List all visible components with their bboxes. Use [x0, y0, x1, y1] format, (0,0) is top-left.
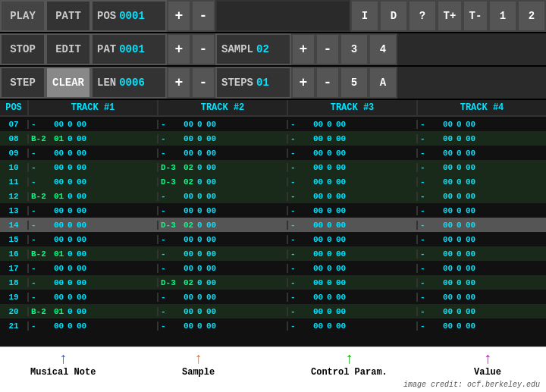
table-row[interactable]: 12B-201000-00000-00000-00000 — [0, 189, 546, 203]
control-value: 0 — [67, 307, 75, 316]
pos-cell: 13 — [0, 206, 27, 215]
track-cell: -00000 — [157, 134, 287, 143]
stop-button[interactable]: STOP — [0, 33, 46, 65]
control-value: 0 — [327, 206, 334, 215]
btn-4[interactable]: 4 — [369, 33, 397, 65]
btn-3[interactable]: 3 — [340, 33, 369, 65]
table-row[interactable]: 20B-201000-00000-00000-00000 — [0, 304, 546, 318]
track-cell: -00000 — [287, 192, 416, 201]
control-value: 0 — [197, 307, 205, 316]
param-value: 00 — [77, 293, 89, 302]
param-value: 00 — [466, 120, 478, 129]
annotation-musical-note: ↑ Musical Note — [30, 352, 96, 378]
control-value: 0 — [457, 278, 464, 287]
table-row[interactable]: 19-00000-00000-00000-00000 — [0, 290, 546, 304]
note-value: - — [420, 321, 441, 331]
len-minus-button[interactable]: - — [191, 67, 215, 99]
patt-button[interactable]: PATT — [46, 0, 91, 32]
sample-value: 01 — [54, 307, 66, 316]
btn-A[interactable]: A — [369, 67, 397, 99]
btn-Tplus[interactable]: T+ — [437, 0, 463, 32]
pos-value: 0001 — [119, 10, 145, 22]
param-value: 00 — [466, 206, 478, 215]
control-value: 0 — [67, 278, 75, 287]
table-row[interactable]: 10-00000D-302000-00000-00000 — [0, 160, 546, 174]
sample-value: 00 — [313, 278, 325, 287]
table-row[interactable]: 17-00000-00000-00000-00000 — [0, 261, 546, 275]
control-param-label: Control Param. — [311, 367, 388, 378]
note-value: - — [290, 293, 312, 302]
note-value: B-2 — [31, 134, 52, 143]
sample-value: 00 — [443, 163, 455, 172]
sample-value: 00 — [313, 177, 325, 187]
pat-plus-button[interactable]: + — [167, 33, 191, 65]
btn-2[interactable]: 2 — [517, 0, 546, 32]
control-value: 0 — [457, 235, 464, 244]
toolbar-row-1: PLAY PATT POS 0001 + - I D ? T+ T- 1 2 — [0, 0, 546, 33]
sample-value: 02 — [184, 221, 196, 230]
track-cell: -00000 — [416, 177, 546, 187]
sample-value: 00 — [443, 264, 455, 273]
btn-question[interactable]: ? — [408, 0, 437, 32]
note-value: - — [31, 206, 52, 215]
note-value: B-2 — [31, 249, 52, 259]
step-button[interactable]: STEP — [0, 67, 46, 99]
note-value: B-2 — [31, 307, 52, 316]
control-value: 0 — [67, 149, 75, 158]
btn-5[interactable]: 5 — [340, 67, 369, 99]
table-row[interactable]: 11-00000D-302000-00000-00000 — [0, 174, 546, 189]
track-cell: -00000 — [287, 177, 416, 187]
btn-1[interactable]: 1 — [488, 0, 517, 32]
play-button[interactable]: PLAY — [0, 0, 46, 32]
note-value: - — [290, 134, 312, 143]
note-value: - — [31, 163, 52, 172]
param-value: 00 — [77, 278, 89, 287]
pos-cell: 20 — [0, 307, 27, 316]
table-row[interactable]: 14-00000D-302000-00000-00000 — [0, 218, 546, 232]
table-row[interactable]: 15-00000-00000-00000-00000 — [0, 232, 546, 246]
edit-button[interactable]: EDIT — [46, 33, 91, 65]
len-plus-button[interactable]: + — [167, 67, 191, 99]
table-row[interactable]: 08B-201000-00000-00000-00000 — [0, 131, 546, 146]
control-value: 0 — [67, 264, 75, 273]
table-row[interactable]: 16B-201000-00000-00000-00000 — [0, 246, 546, 261]
sample-value: 00 — [184, 307, 196, 316]
table-row[interactable]: 21-00000-00000-00000-00000 — [0, 318, 546, 333]
param-value: 00 — [336, 192, 348, 201]
sampl-label: SAMPL — [221, 43, 253, 55]
param-value: 00 — [466, 221, 478, 230]
steps-label: STEPS — [221, 77, 253, 89]
btn-I[interactable]: I — [350, 0, 379, 32]
steps-plus-button[interactable]: + — [291, 67, 315, 99]
track-cell: -00000 — [416, 321, 546, 331]
track-cell: -00000 — [416, 221, 546, 230]
note-value: - — [420, 177, 441, 187]
clear-button[interactable]: CLEAR — [46, 67, 91, 99]
toolbar-row-2: STOP EDIT PAT 0001 + - SAMPL 02 + - 3 4 — [0, 33, 546, 67]
table-row[interactable]: 13-00000-00000-00000-00000 — [0, 203, 546, 218]
sequencer: POS TRACK #1 TRACK #2 TRACK #3 TRACK #4 … — [0, 100, 546, 347]
table-row[interactable]: 18-00000D-302000-00000-00000 — [0, 275, 546, 290]
sample-value: 00 — [443, 192, 455, 201]
pos-display: POS 0001 — [91, 0, 167, 32]
table-row[interactable]: 07-00000-00000-00000-00000 — [0, 117, 546, 131]
sample-value: 00 — [184, 149, 196, 158]
note-value: - — [420, 264, 441, 273]
note-value: - — [420, 235, 441, 244]
steps-minus-button[interactable]: - — [315, 67, 340, 99]
table-row[interactable]: 09-00000-00000-00000-00000 — [0, 146, 546, 160]
pos-minus-button[interactable]: - — [191, 0, 215, 32]
sampl-minus-button[interactable]: - — [315, 33, 340, 65]
control-value: 0 — [67, 235, 75, 244]
btn-Tminus[interactable]: T- — [463, 0, 488, 32]
control-value: 0 — [67, 221, 75, 230]
sample-value: 00 — [313, 293, 325, 302]
track-cell: -00000 — [157, 149, 287, 158]
track-cell: -00000 — [416, 149, 546, 158]
pat-minus-button[interactable]: - — [191, 33, 215, 65]
sampl-plus-button[interactable]: + — [291, 33, 315, 65]
pos-plus-button[interactable]: + — [167, 0, 191, 32]
param-value: 00 — [336, 249, 348, 259]
track-cell: B-201000 — [27, 249, 157, 259]
btn-D[interactable]: D — [379, 0, 408, 32]
